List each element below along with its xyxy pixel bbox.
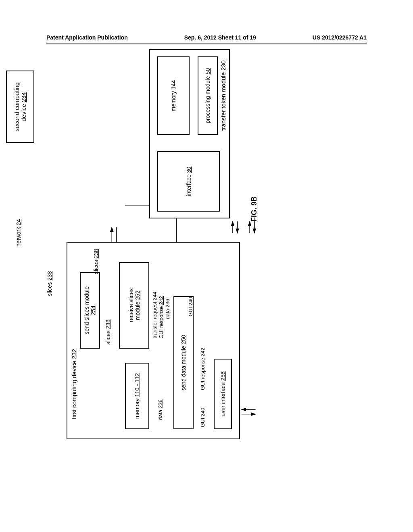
data1-label: data 236 [165, 299, 171, 319]
figure-label: FIG. 9B [250, 196, 259, 222]
memory-first-box: memory 110 - 112 [125, 363, 149, 429]
receive-slices-module-box: receive slices module 252 [119, 262, 149, 349]
user-interface-box: user interface 256 [214, 359, 232, 429]
slices-inner2: slices 238 [93, 249, 99, 274]
slices-left-label: slices 238 [46, 271, 53, 296]
gui2-label: GUI 240 [200, 408, 206, 427]
patent-header: Patent Application Publication Sep. 6, 2… [46, 34, 367, 41]
transfer-token-label: transfer token module 230 [220, 60, 227, 131]
memory-token-box: memory 144 [157, 56, 190, 135]
header-right: US 2012/0226772 A1 [313, 34, 367, 41]
header-left: Patent Application Publication [46, 34, 128, 41]
gui-response2-label: GUI response 242 [200, 347, 206, 390]
processing-module-box: processing module 50 [198, 56, 218, 135]
second-computing-l2: device 234 [20, 92, 27, 122]
slices-inner1: slices 238 [105, 320, 111, 345]
interface-box: interface 30 [157, 151, 220, 212]
first-computing-label: first computing device 232 [71, 349, 77, 419]
header-rule [46, 44, 367, 44]
header-center: Sep. 6, 2012 Sheet 11 of 19 [184, 34, 256, 41]
second-computing-l1: second computing [13, 82, 20, 131]
network-label: network 24 [15, 219, 22, 247]
data2-label: data 236 [157, 399, 163, 420]
gui-response-label: GUI response 242 [158, 296, 164, 339]
send-slices-module-box: send slices module 254 [80, 272, 100, 349]
gui1-label: GUI 240 [188, 297, 194, 316]
diagram: DSN memory 22 [0, 129, 413, 451]
transfer-request-label: transfer request 244 [152, 292, 158, 339]
second-computing-box: second computing device 234 [6, 71, 34, 143]
